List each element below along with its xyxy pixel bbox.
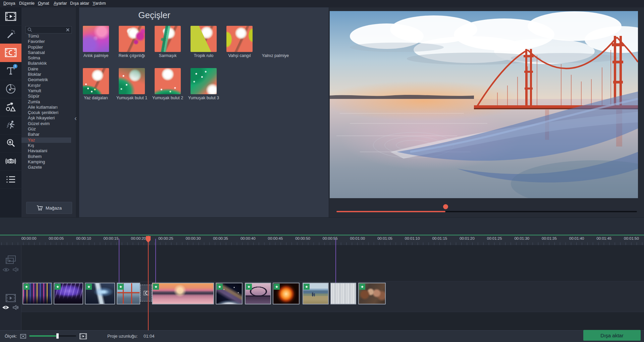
transition-thumb-yaz-dalgalari[interactable] bbox=[83, 68, 109, 94]
overlay-track-lane[interactable] bbox=[0, 245, 644, 281]
scale-slider[interactable] bbox=[29, 335, 76, 337]
category-item[interactable]: Kış bbox=[21, 143, 71, 148]
sidebar-animation[interactable] bbox=[0, 116, 21, 134]
category-item[interactable]: Favoriler bbox=[21, 39, 71, 44]
category-item[interactable]: Güzel evim bbox=[21, 121, 71, 126]
transition-card: Yumuşak bulut 1 bbox=[119, 68, 145, 94]
category-item[interactable]: Kamping bbox=[21, 159, 71, 165]
scale-label: Ölçek: bbox=[5, 334, 17, 339]
transition-thumb-anlik-palmiye[interactable] bbox=[83, 26, 109, 52]
timeline-clip-selfie-group[interactable]: ★ bbox=[358, 283, 386, 304]
category-item[interactable]: Kırıştır bbox=[21, 83, 71, 88]
category-item[interactable]: Bahar bbox=[21, 132, 71, 137]
timeline-clip-light-trails[interactable]: ★ bbox=[85, 283, 115, 304]
sidebar-filters[interactable] bbox=[0, 25, 21, 44]
menu-disa-aktar[interactable]: Dışa aktar bbox=[70, 1, 89, 6]
preview-panel bbox=[329, 7, 644, 217]
video-preview bbox=[330, 11, 638, 198]
search-input[interactable] bbox=[33, 27, 65, 32]
overlay-track-visibility-icon[interactable] bbox=[3, 268, 9, 272]
video-track-mute-icon[interactable] bbox=[13, 305, 19, 310]
timeline-ruler[interactable]: 00:00:0000:00:0500:00:1000:00:1500:00:20… bbox=[0, 235, 644, 245]
transition-thumb-yumusak-bulut-2[interactable] bbox=[155, 68, 181, 94]
menu-yardim[interactable]: Yardım bbox=[93, 1, 106, 6]
menu-ayarlar[interactable]: Ayarlar bbox=[54, 1, 67, 6]
sidebar-pan-zoom[interactable] bbox=[0, 134, 21, 153]
sidebar-titles[interactable]: ! bbox=[0, 62, 21, 80]
timeline-clip-golden-gate[interactable]: ★ bbox=[117, 283, 140, 304]
timeline-clip-hikers[interactable]: ★ bbox=[303, 283, 329, 304]
category-item[interactable]: Aile kutlamaları bbox=[21, 105, 71, 110]
sidebar-stickers[interactable]: ★ bbox=[0, 80, 21, 98]
svg-text:★: ★ bbox=[8, 87, 12, 92]
transition-marker-line bbox=[335, 239, 336, 283]
sidebar-media-clips[interactable] bbox=[0, 7, 21, 26]
category-item[interactable]: Sanatsal bbox=[21, 50, 71, 55]
collapse-chevron-icon[interactable]: ‹ bbox=[74, 115, 77, 121]
overlay-track-icon bbox=[5, 255, 16, 265]
playhead-marker[interactable] bbox=[146, 236, 151, 243]
playhead-line[interactable] bbox=[148, 236, 149, 330]
seek-bar[interactable] bbox=[336, 211, 637, 212]
scale-slider-handle[interactable] bbox=[56, 333, 59, 339]
video-track-visibility-icon[interactable] bbox=[2, 305, 9, 310]
transition-thumb-sarmasik[interactable] bbox=[155, 26, 181, 52]
category-item[interactable]: Bulanıklık bbox=[21, 61, 71, 66]
transition-slot[interactable] bbox=[140, 285, 152, 301]
store-button[interactable]: Mağaza bbox=[26, 202, 72, 214]
category-item[interactable]: Havaalani bbox=[21, 148, 71, 154]
menu-dosya[interactable]: Dosya bbox=[3, 1, 15, 6]
category-item-selected[interactable]: Yaz bbox=[21, 137, 71, 143]
clear-search-icon[interactable] bbox=[65, 27, 70, 33]
timeline-clip-birch-forest[interactable] bbox=[330, 283, 356, 304]
transition-thumb-tropik-rulo[interactable] bbox=[191, 26, 217, 52]
export-button[interactable]: Dışa aktar bbox=[583, 330, 641, 341]
zoom-out-film-icon[interactable] bbox=[20, 334, 26, 339]
zoom-in-film-icon[interactable] bbox=[79, 333, 87, 339]
category-item[interactable]: Bloklar bbox=[21, 72, 71, 77]
category-item[interactable]: Daire bbox=[21, 66, 71, 72]
search-box bbox=[25, 26, 72, 34]
transition-thumb-yumusak-bulut-3[interactable] bbox=[191, 68, 217, 94]
category-item[interactable]: Gazete bbox=[21, 165, 71, 170]
zoom-pan-icon bbox=[6, 138, 16, 148]
transition-card: Sarmaşık bbox=[155, 26, 181, 52]
timeline-clip-concert[interactable]: ★ bbox=[54, 283, 83, 304]
category-item[interactable]: Yamult bbox=[21, 88, 71, 94]
timeline-clip-milky-way[interactable]: ★ bbox=[216, 283, 243, 304]
titles-notification-badge: ! bbox=[13, 64, 17, 68]
panel-collapse-bar[interactable] bbox=[76, 7, 79, 217]
category-item[interactable]: Bohem bbox=[21, 154, 71, 159]
category-item[interactable]: Solma bbox=[21, 55, 71, 61]
category-item[interactable]: Zumla bbox=[21, 99, 71, 105]
sidebar-capture[interactable] bbox=[0, 152, 21, 171]
shopping-cart-icon bbox=[37, 205, 43, 211]
category-item[interactable]: Popüler bbox=[21, 45, 71, 50]
category-item[interactable]: Geometrik bbox=[21, 77, 71, 82]
transition-thumb-yalniz-palmiye[interactable] bbox=[262, 26, 288, 52]
transition-thumb-yumusak-bulut-1[interactable] bbox=[119, 68, 145, 94]
timeline-clip-sydney-bridge[interactable]: ★ bbox=[245, 283, 271, 304]
timeline-clip-sunset-lake[interactable]: ★ bbox=[152, 283, 214, 304]
category-item[interactable]: Tümü bbox=[21, 34, 71, 39]
transition-thumb-vahsi-cangil[interactable] bbox=[226, 26, 253, 52]
transition-card: Yalnız palmiye bbox=[262, 26, 288, 52]
sticker-star-icon: ★ bbox=[6, 84, 16, 94]
sidebar-more[interactable] bbox=[0, 170, 21, 189]
overlay-track-mute-icon[interactable] bbox=[13, 267, 19, 272]
category-item[interactable]: Aşk hikayeleri bbox=[21, 115, 71, 121]
menu-oynat[interactable]: Oynat bbox=[38, 1, 49, 6]
category-item[interactable]: Çocuk şenlikleri bbox=[21, 110, 71, 115]
sidebar-transitions[interactable] bbox=[0, 44, 21, 62]
star-badge-icon: ★ bbox=[217, 284, 223, 290]
sidebar-callouts[interactable] bbox=[0, 98, 21, 116]
menu-duzenle[interactable]: Düzenle bbox=[19, 1, 35, 6]
timeline-clip-night-city[interactable]: ★ bbox=[22, 283, 52, 304]
timeline-clip-fire-cave[interactable]: ★ bbox=[273, 283, 300, 304]
transition-thumb-renk-cilginligi[interactable] bbox=[119, 26, 145, 52]
category-item[interactable]: Güz bbox=[21, 126, 71, 132]
seek-handle[interactable] bbox=[443, 204, 448, 209]
track-header-column bbox=[0, 245, 21, 330]
category-item[interactable]: Süpür bbox=[21, 94, 71, 99]
star-badge-icon: ★ bbox=[359, 284, 365, 290]
